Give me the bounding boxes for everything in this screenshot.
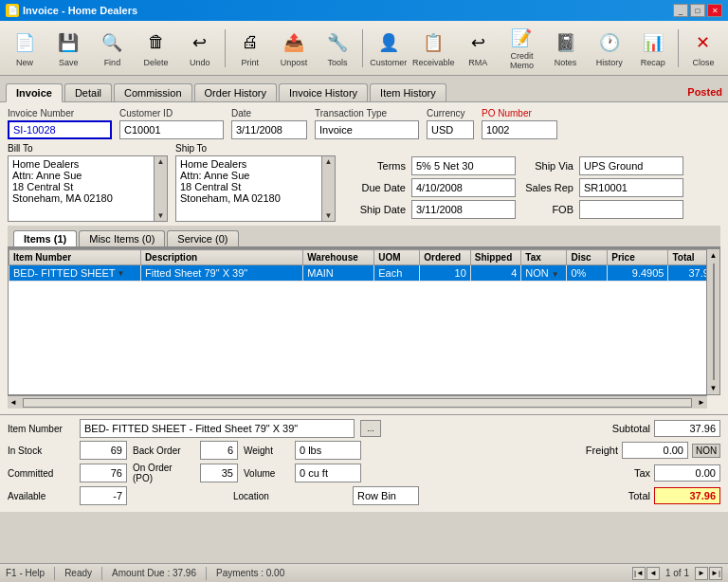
- item-detail-button[interactable]: ...: [360, 420, 381, 437]
- tab-detail[interactable]: Detail: [64, 83, 112, 101]
- customer-button[interactable]: 👤 Customer: [367, 24, 410, 73]
- in-stock-label: In Stock: [8, 446, 74, 456]
- terms-label: Terms: [351, 160, 406, 172]
- invoice-number-input[interactable]: [8, 120, 112, 139]
- on-order-input[interactable]: [200, 464, 238, 482]
- total-section: Total: [593, 487, 720, 504]
- history-label: History: [596, 58, 623, 67]
- notes-button[interactable]: 📓 Notes: [544, 24, 586, 73]
- h-scrollbar-wrap[interactable]: ◄ ►: [8, 395, 707, 409]
- due-date-label: Due Date: [351, 182, 406, 193]
- sales-rep-input[interactable]: [579, 178, 683, 197]
- po-number-label: PO Number: [482, 108, 557, 118]
- close-toolbar-icon: ✕: [690, 29, 717, 56]
- recap-button[interactable]: 📊 Recap: [632, 24, 674, 73]
- unpost-button[interactable]: 📤 Unpost: [273, 24, 315, 73]
- nav-prev[interactable]: ◄: [646, 567, 660, 580]
- maximize-button[interactable]: □: [690, 4, 705, 17]
- scroll-up-arrow[interactable]: ▲: [156, 156, 166, 167]
- tax-summary-row: Tax: [593, 464, 720, 482]
- scroll-down-arrow[interactable]: ▼: [156, 210, 166, 221]
- sub-tab-items[interactable]: Items (1): [13, 230, 77, 246]
- weight-input[interactable]: [295, 441, 361, 460]
- tab-commission[interactable]: Commission: [114, 83, 192, 101]
- fob-input[interactable]: [579, 200, 683, 219]
- receivable-button[interactable]: 📋 Receivable: [411, 24, 455, 73]
- ship-scroll-up[interactable]: ▲: [324, 156, 334, 167]
- subtotal-value[interactable]: [654, 420, 720, 437]
- transaction-type-input[interactable]: [315, 120, 419, 139]
- find-button[interactable]: 🔍 Find: [91, 24, 133, 73]
- main-tab-bar: Invoice Detail Commission Order History …: [0, 76, 728, 102]
- ship-date-input[interactable]: [411, 200, 516, 219]
- tab-item-history[interactable]: Item History: [370, 83, 446, 101]
- vsb-thumb[interactable]: [713, 264, 715, 380]
- sub-tab-misc[interactable]: Misc Items (0): [79, 230, 165, 246]
- item-number-detail-row: Item Number ... Subtotal: [8, 419, 720, 438]
- new-button[interactable]: 📄 New: [4, 24, 46, 73]
- sub-tab-service[interactable]: Service (0): [167, 230, 238, 246]
- creditmemo-button[interactable]: 📝 Credit Memo: [500, 24, 542, 73]
- freight-value[interactable]: [622, 442, 688, 459]
- table-row[interactable]: BED- FITTED SHEET ▼ Fitted Sheet 79" X 3…: [9, 265, 719, 282]
- history-button[interactable]: 🕐 History: [589, 24, 630, 73]
- hsb-thumb[interactable]: [23, 398, 692, 408]
- ship-via-label: Ship Via: [521, 160, 573, 172]
- tools-button[interactable]: 🔧 Tools: [317, 24, 358, 73]
- table-scrollbar-v[interactable]: ▲ ▼: [706, 249, 719, 394]
- undo-button[interactable]: ↩ Undo: [179, 24, 221, 73]
- tax-summary-value[interactable]: [654, 464, 720, 482]
- page-nav[interactable]: |◄ ◄: [632, 567, 660, 580]
- ship-to-scrollbar[interactable]: ▲ ▼: [322, 155, 336, 222]
- vsb-down[interactable]: ▼: [708, 382, 719, 394]
- recap-label: Recap: [641, 58, 665, 67]
- help-text: F1 - Help: [6, 568, 45, 578]
- nav-next[interactable]: ►: [695, 567, 708, 580]
- ship-to-textarea[interactable]: Home Dealers Attn: Anne Sue 18 Central S…: [175, 155, 322, 222]
- print-button[interactable]: 🖨 Print: [229, 24, 271, 73]
- find-label: Find: [104, 58, 121, 67]
- close-toolbar-button[interactable]: ✕ Close: [682, 24, 724, 73]
- tab-invoice[interactable]: Invoice: [6, 83, 63, 102]
- item-number-detail-input[interactable]: [80, 419, 355, 438]
- total-summary-label: Total: [593, 490, 650, 501]
- tax-dropdown-arrow[interactable]: ▼: [552, 270, 559, 279]
- title-bar: 📄 Invoice - Home Dealers _ □ ✕: [0, 0, 728, 21]
- available-input[interactable]: [80, 486, 127, 505]
- delete-button[interactable]: 🗑 Delete: [135, 24, 176, 73]
- in-stock-input[interactable]: [80, 441, 127, 460]
- creditmemo-icon: 📝: [508, 27, 535, 49]
- hsb-left[interactable]: ◄: [8, 396, 19, 409]
- tab-invoice-history[interactable]: Invoice History: [279, 83, 368, 101]
- rma-button[interactable]: ↩ RMA: [457, 24, 499, 73]
- tab-order-history[interactable]: Order History: [194, 83, 277, 101]
- back-order-input[interactable]: [200, 441, 238, 460]
- location-input[interactable]: [353, 486, 419, 505]
- volume-input[interactable]: [295, 464, 361, 482]
- col-tax: Tax: [521, 250, 567, 265]
- save-button[interactable]: 💾 Save: [47, 24, 89, 73]
- hsb-right[interactable]: ►: [696, 396, 707, 409]
- date-input[interactable]: [231, 120, 307, 139]
- ship-via-input[interactable]: [579, 156, 683, 175]
- nav-last[interactable]: ►|: [709, 567, 722, 580]
- due-date-input[interactable]: [411, 178, 516, 197]
- subtotal-section: Subtotal: [593, 420, 720, 437]
- item-dropdown-arrow[interactable]: ▼: [118, 269, 125, 278]
- vsb-up[interactable]: ▲: [708, 249, 719, 262]
- committed-input[interactable]: [80, 464, 127, 482]
- bill-to-scrollbar[interactable]: ▲ ▼: [155, 155, 168, 222]
- bill-to-textarea[interactable]: Home Dealers Attn: Anne Sue 18 Central S…: [8, 155, 155, 222]
- customer-id-input[interactable]: [119, 120, 224, 139]
- nav-first[interactable]: |◄: [632, 567, 646, 580]
- minimize-button[interactable]: _: [673, 4, 688, 17]
- page-nav-right[interactable]: ► ►|: [695, 567, 722, 580]
- po-number-input[interactable]: [482, 120, 557, 139]
- close-button[interactable]: ✕: [707, 4, 722, 17]
- total-summary-value[interactable]: [654, 487, 720, 504]
- ship-scroll-down[interactable]: ▼: [324, 210, 334, 221]
- currency-input[interactable]: [427, 120, 474, 139]
- find-icon: 🔍: [99, 29, 125, 56]
- available-row: Available Location Total: [8, 486, 720, 505]
- terms-input[interactable]: [411, 156, 516, 175]
